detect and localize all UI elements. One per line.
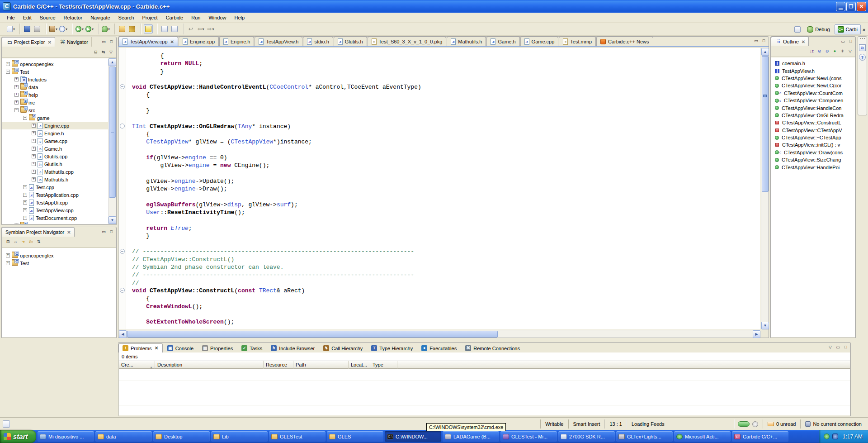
- explorer-item-test[interactable]: −CTest: [2, 68, 116, 76]
- explorer-item-testdocument-cpp[interactable]: +.cTestDocument.cpp: [2, 214, 116, 222]
- explorer-item-mathutils-cpp[interactable]: +.cMathutils.cpp: [2, 168, 116, 176]
- maximize-view-icon[interactable]: □: [842, 344, 849, 350]
- close-icon[interactable]: ✕: [802, 39, 805, 44]
- expand-expander-icon[interactable]: +: [23, 185, 27, 189]
- explorer-item-test-cpp[interactable]: +.cTest.cpp: [2, 183, 116, 191]
- editor-scroll-thumb[interactable]: [762, 56, 769, 192]
- minimize-button[interactable]: ▁: [836, 2, 845, 11]
- collapse-expander-icon[interactable]: −: [23, 116, 27, 120]
- taskbar-button-gltex-lights-[interactable]: GLTex+Lights...: [616, 431, 673, 442]
- expand-expander-icon[interactable]: +: [14, 224, 19, 224]
- run-button[interactable]: ▶▾: [85, 24, 94, 33]
- home-icon[interactable]: ⌂: [12, 239, 19, 245]
- editor-tab-engine-cpp[interactable]: .cEngine.cpp: [179, 37, 219, 46]
- editor-tab-testappview-cpp[interactable]: .cTestAppView.cpp✕: [118, 37, 178, 46]
- tab-symbian-navigator[interactable]: Symbian Project Navigator ✕: [2, 227, 75, 237]
- column-header-description[interactable]: Description: [155, 361, 264, 369]
- sort-alphabetically-icon[interactable]: ↓z: [808, 48, 815, 54]
- perspective-carbide[interactable]: C+ Carbi: [835, 24, 861, 34]
- forward-button[interactable]: ⇨▾: [206, 24, 215, 33]
- bottom-tab-tasks[interactable]: ✓Tasks: [237, 343, 266, 352]
- explorer-item-testappview-cpp[interactable]: +.cTestAppView.cpp: [2, 206, 116, 214]
- minimize-editor-icon[interactable]: ▭: [753, 38, 760, 44]
- view-menu-icon[interactable]: ▽: [827, 344, 834, 350]
- explorer-scroll-thumb[interactable]: [109, 67, 116, 198]
- bottom-tab-properties[interactable]: ▤Properties: [198, 343, 237, 352]
- column-header-resource[interactable]: Resource: [264, 361, 293, 369]
- filter-icon[interactable]: ✳: [839, 48, 846, 54]
- previous-annotation-button[interactable]: [170, 24, 179, 33]
- outline-item[interactable]: CTestAppView::CTestAppV: [771, 127, 855, 134]
- column-header-type[interactable]: Type: [370, 361, 397, 369]
- hide-non-public-icon[interactable]: ●: [831, 48, 838, 54]
- expand-expander-icon[interactable]: +: [6, 253, 10, 257]
- collapse-all-icon[interactable]: ⊟: [92, 49, 99, 55]
- hide-static-icon[interactable]: ⊘: [824, 48, 830, 54]
- expand-expander-icon[interactable]: +: [32, 139, 36, 143]
- toolbar-overflow-chevron[interactable]: »: [863, 27, 865, 32]
- expand-expander-icon[interactable]: +: [23, 200, 27, 205]
- outline-item[interactable]: CTestAppView::NewLC(cor: [771, 82, 855, 89]
- expand-expander-icon[interactable]: +: [14, 93, 19, 97]
- outline-item[interactable]: CTestAppView::~CTestApp: [771, 134, 855, 141]
- outline-item[interactable]: CTestAppView::OnGLRedra: [771, 112, 855, 119]
- scroll-down-icon[interactable]: ▼: [108, 216, 116, 224]
- outline-item[interactable]: cCTestAppView::Draw(cons: [771, 149, 855, 156]
- explorer-item-engine-h[interactable]: +.hEngine.h: [2, 129, 116, 137]
- expand-expander-icon[interactable]: +: [32, 170, 36, 174]
- expand-expander-icon[interactable]: +: [32, 124, 36, 128]
- expand-expander-icon[interactable]: +: [23, 193, 27, 197]
- outline-item[interactable]: CTestAppView::ConstructL: [771, 119, 855, 126]
- collapse-expander-icon[interactable]: −: [14, 108, 19, 112]
- outline-item[interactable]: cCTestAppView::CountCom: [771, 90, 855, 97]
- editor-tab-carbide-c-news[interactable]: Carbide.c++ News: [596, 37, 653, 46]
- stop-progress-icon[interactable]: [752, 421, 758, 427]
- explorer-item-testappui-cpp[interactable]: +.cTestAppUi.cpp: [2, 199, 116, 206]
- maximize-view-icon[interactable]: □: [847, 38, 854, 44]
- explorer-item-glutils-h[interactable]: +.hGlutils.h: [2, 160, 116, 168]
- outline-item[interactable]: cCTestAppView::Componen: [771, 97, 855, 104]
- menu-refactor[interactable]: Refactor: [60, 14, 87, 22]
- explorer-item-gfx[interactable]: +cgfx: [2, 222, 116, 224]
- explorer-item-inc[interactable]: +cinc: [2, 99, 116, 106]
- menu-project[interactable]: Project: [138, 14, 161, 22]
- editor-horizontal-scrollbar[interactable]: ◀ ▶: [119, 330, 760, 338]
- editor-tab-test-s60-3-x-v-1-0-0-pkg[interactable]: ≡Test_S60_3_X_v_1_0_0.pkg: [368, 37, 447, 46]
- collapse-all-icon[interactable]: ⊟: [5, 239, 11, 245]
- explorer-item-data[interactable]: +cdata: [2, 83, 116, 91]
- close-icon[interactable]: ✕: [67, 230, 71, 235]
- code-text[interactable]: { return NULL; } void CTestAppView::Hand…: [127, 48, 760, 329]
- taskbar-button-gles[interactable]: GLES: [327, 431, 383, 442]
- taskbar-button-2700g-sdk-r-[interactable]: 2700G SDK R...: [558, 431, 615, 442]
- expand-expander-icon[interactable]: +: [14, 85, 19, 89]
- back-button[interactable]: ⇦▾: [196, 24, 205, 33]
- editor-tab-game-cpp[interactable]: .cGame.cpp: [520, 37, 559, 46]
- taskbar-button-glestest[interactable]: GLESTest: [269, 431, 326, 442]
- menu-source[interactable]: Source: [36, 14, 60, 22]
- minimize-view-icon[interactable]: ▭: [840, 38, 846, 44]
- open-file-button[interactable]: [118, 24, 127, 33]
- hide-fields-icon[interactable]: ⊘: [816, 48, 823, 54]
- editor-tab-stdio-h[interactable]: .cstdio.h: [303, 37, 333, 46]
- taskbar-button-lib[interactable]: Lib: [211, 431, 268, 442]
- symbian-item-opencopenglex[interactable]: +Copencopenglex: [2, 252, 116, 259]
- restore-views-icon[interactable]: ⧉: [859, 44, 866, 51]
- expand-expander-icon[interactable]: +: [6, 261, 10, 265]
- expand-expander-icon[interactable]: +: [32, 162, 36, 166]
- fold-marker[interactable]: −: [120, 249, 125, 254]
- expand-expander-icon[interactable]: +: [32, 177, 36, 181]
- link-with-editor-icon[interactable]: ⇆: [100, 49, 107, 55]
- outline-item[interactable]: CTestAppView::NewL(cons: [771, 75, 855, 82]
- column-header-cre[interactable]: Cre...▲: [119, 361, 155, 369]
- menu-window[interactable]: Window: [204, 14, 230, 22]
- maximize-view-icon[interactable]: □: [108, 229, 115, 235]
- fold-marker[interactable]: −: [120, 124, 125, 129]
- outline-item[interactable]: CTestAppView::initGL() : v: [771, 141, 855, 148]
- scroll-right-icon[interactable]: ▶: [753, 330, 760, 338]
- explorer-vertical-scrollbar[interactable]: ▲ ▼: [108, 58, 116, 224]
- explorer-item-game-h[interactable]: +.hGame.h: [2, 145, 116, 152]
- sort-icon[interactable]: ⇅: [35, 239, 42, 245]
- menu-carbide[interactable]: Carbide: [162, 14, 188, 22]
- expand-expander-icon[interactable]: +: [14, 77, 19, 81]
- drag-handle[interactable]: [860, 38, 865, 42]
